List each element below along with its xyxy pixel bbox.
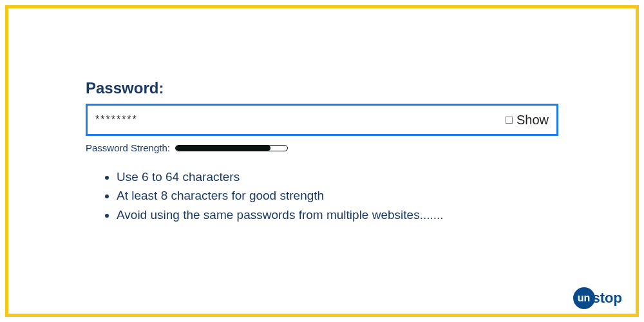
password-strength-fill xyxy=(176,146,270,151)
password-tip: At least 8 characters for good strength xyxy=(117,186,558,205)
show-password-label: Show xyxy=(516,113,549,128)
show-password-toggle[interactable]: Show xyxy=(506,113,549,128)
password-input[interactable] xyxy=(95,114,506,126)
show-password-checkbox[interactable] xyxy=(506,117,513,124)
password-strength-label: Password Strength: xyxy=(86,142,170,153)
password-label: Password: xyxy=(86,79,558,97)
password-tip: Use 6 to 64 characters xyxy=(117,167,558,186)
brand-logo-text: stop xyxy=(592,290,622,307)
password-tip: Avoid using the same passwords from mult… xyxy=(117,205,558,224)
brand-logo: un stop xyxy=(573,287,622,309)
password-field-wrapper: Show xyxy=(86,104,558,136)
password-tips-list: Use 6 to 64 characters At least 8 charac… xyxy=(86,167,558,224)
password-strength-meter xyxy=(175,145,288,151)
brand-logo-bubble: un xyxy=(573,287,595,309)
password-strength-row: Password Strength: xyxy=(86,142,558,153)
form-card: Password: Show Password Strength: Use 6 … xyxy=(5,5,639,317)
